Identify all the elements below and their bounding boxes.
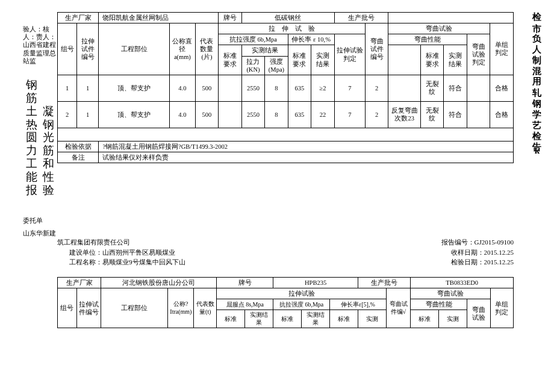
hdr-result-label: 实测结果 xyxy=(242,45,288,56)
hdr-btest: 弯曲试验 xyxy=(467,299,490,328)
info-r2-label: 收样日期： xyxy=(451,249,484,256)
batch-value xyxy=(388,13,514,23)
mfr-value: 河北钢铁股份唐山分公司 xyxy=(101,278,217,288)
cell-pno: 1 xyxy=(77,101,99,128)
cell xyxy=(219,75,241,101)
basis-value: ?钢筋混凝土用钢筋焊接网?GB/T1499.3-2002 xyxy=(99,141,514,152)
remark-value: 试验结果仅对来样负责 xyxy=(99,152,514,163)
cell-gj: 合格 xyxy=(490,75,514,101)
hdr-std-req-3: 标准要求 xyxy=(420,45,443,75)
cell-force: 2550 xyxy=(241,101,264,128)
hdr-actual-1: 实测结果 xyxy=(245,310,273,328)
hdr-actual-2: 实测结果 xyxy=(302,310,330,328)
table-row: 1 1 顶、帮支护 4.0 500 2550 8 635 ≥2 7 2 无裂纹 … xyxy=(58,75,514,101)
cell-elong-std: 635 xyxy=(288,101,311,128)
table-row: 备注 试验结果仅对来样负责 xyxy=(58,152,514,163)
brand-label: 牌号 xyxy=(219,13,241,23)
batch-value: TB0833ED0 xyxy=(411,278,514,288)
cell xyxy=(219,101,241,128)
hdr-std-3: 标准 xyxy=(330,310,358,328)
table-row: 2 1 顶、帮支护 4.0 500 2550 8 635 22 7 2 反复弯曲… xyxy=(58,101,514,128)
hdr-bend-extra xyxy=(388,45,420,75)
cell-strength: 8 xyxy=(265,101,288,128)
cell-tjudge: 7 xyxy=(334,75,365,101)
cell-empty xyxy=(467,101,490,128)
cell-tjudge: 7 xyxy=(334,101,365,128)
cell-bres: 符合 xyxy=(444,75,467,101)
hdr-tensile-judge: 拉伸试验判定 xyxy=(334,34,365,75)
hdr-bperf: 弯曲性能 xyxy=(411,299,467,310)
inspection-table-1: 生产厂家 饶阳凯航金属丝网制品 牌号 低碳钢丝 生产批号 组号 拉伸试件编号 工… xyxy=(57,12,514,163)
hdr-tensile-test: 拉伸试验 xyxy=(217,288,386,299)
hdr-yield: 屈服点 8s,Mpa xyxy=(217,299,273,310)
info-l2: 山西朔州平鲁区易顺煤业 xyxy=(102,249,175,256)
cell-bstd: 无裂纹 xyxy=(420,75,443,101)
cell-force: 2550 xyxy=(241,75,264,101)
left-margin-text: 验人：核 人：责人： 山西省建程 质量监理总 站监 xyxy=(23,25,59,65)
hdr-std-req-2: 标准要求 xyxy=(288,45,311,75)
cell-bstd: 无裂纹 xyxy=(420,101,443,128)
left-line4: 质量监理总 xyxy=(23,49,59,57)
hdr-result: 实测结果 拉力(KN)强度(Mpa) xyxy=(241,45,288,75)
cell-part: 顶、帮支护 xyxy=(99,75,170,101)
hdr-actual-3: 实测 xyxy=(358,310,386,328)
table-row xyxy=(58,128,514,141)
cell-diam: 4.0 xyxy=(170,75,196,101)
hdr-std-2: 标准 xyxy=(273,310,302,328)
brand-label: 牌号 xyxy=(217,278,273,288)
hdr-bend-piece-no: 弯曲试件编号 xyxy=(365,23,388,75)
info-r3: 2015.12.25 xyxy=(484,258,514,266)
hdr-spec-diam: 公称直径a(mm) xyxy=(170,23,196,75)
cell-elong-std: 635 xyxy=(288,75,311,101)
hdr-tensile-str: 抗拉强度 6b,Mpa xyxy=(273,299,330,310)
hdr-group-no: 组号 xyxy=(58,23,77,75)
mfr-label: 生产厂家 xyxy=(58,13,99,23)
hdr-tensile-test: 拉 伸 试 验 xyxy=(219,23,366,34)
table-row: 组号 拉伸试件编号 工程部位 公称直径a(mm) 代表数量(片) 拉 伸 试 验… xyxy=(58,23,514,34)
cell-qty: 500 xyxy=(195,101,218,128)
info-l2-label: 建设单位： xyxy=(69,249,102,256)
brand-value: HPB235 xyxy=(273,278,358,288)
cell-empty xyxy=(467,75,490,101)
hdr-actual-res-1: 实测结果 xyxy=(311,45,334,75)
hdr-actual-res-2: 实测结果 xyxy=(444,45,467,75)
hdr-piece-no: 拉伸试件编号 xyxy=(76,288,101,328)
hdr-bpno: 弯曲试件编√ xyxy=(386,288,411,328)
cell-elong-res: 22 xyxy=(311,101,334,128)
inspection-table-2: 生产厂家 河北钢铁股份唐山分公司 牌号 HPB235 生产批号 TB0833ED… xyxy=(57,277,514,328)
cell-elong-res: ≥2 xyxy=(311,75,334,101)
remark-label: 备注 xyxy=(58,152,99,163)
cell-bpno: 2 xyxy=(365,101,388,128)
info-block: 筑工程集团有限责任公司 报告编号：GJ2015-09100 建设单位：山西朔州平… xyxy=(57,237,514,267)
cell-qty: 500 xyxy=(195,75,218,101)
hdr-group-no: 组号 xyxy=(58,288,77,328)
hdr-bend-perf: 弯曲性能 xyxy=(388,34,467,45)
cell-bpno: 2 xyxy=(365,75,388,101)
left-line1: 验人：核 xyxy=(23,25,59,33)
hdr-std-4: 标准 xyxy=(411,310,439,328)
hdr-group-judge: 单组判定 xyxy=(490,288,513,328)
table-row: 生产厂家 河北钢铁股份唐山分公司 牌号 HPB235 生产批号 TB0833ED… xyxy=(58,278,514,288)
hdr-qty: 代表数量(t) xyxy=(193,288,216,328)
info-l3: 易顺煤业9号煤集中回风下山 xyxy=(102,258,185,266)
mfr-value: 饶阳凯航金属丝网制品 xyxy=(99,13,219,23)
spacer-row xyxy=(58,128,514,141)
left-bottom-2: 山东华新建 xyxy=(23,229,56,238)
cell-part: 顶、帮支护 xyxy=(99,101,170,128)
info-l1: 筑工程集团有限责任公司 xyxy=(57,237,130,247)
table-row: 检验依据 ?钢筋混凝土用钢筋焊接网?GB/T1499.3-2002 xyxy=(58,141,514,152)
hdr-piece-no: 拉伸试件编号 xyxy=(77,23,99,75)
hdr-elong: 伸长率ε[5],% xyxy=(330,299,387,310)
hdr-rep-qty: 代表数量(片) xyxy=(195,23,218,75)
cell-strength: 8 xyxy=(265,75,288,101)
table-row: 生产厂家 饶阳凯航金属丝网制品 牌号 低碳钢丝 生产批号 xyxy=(58,13,514,23)
hdr-std-1: 标准 xyxy=(217,310,245,328)
info-r3-label: 检验日期： xyxy=(451,258,484,266)
batch-label: 生产批号 xyxy=(334,13,388,23)
info-r2: 2015.12.25 xyxy=(484,249,514,256)
cell-bres: 符合 xyxy=(444,101,467,128)
hdr-spec: 公称?Itra(mm) xyxy=(168,288,194,328)
info-r1: GJ2015-09100 xyxy=(475,238,514,246)
cell-group: 1 xyxy=(58,75,77,101)
cell-pno: 1 xyxy=(77,75,99,101)
